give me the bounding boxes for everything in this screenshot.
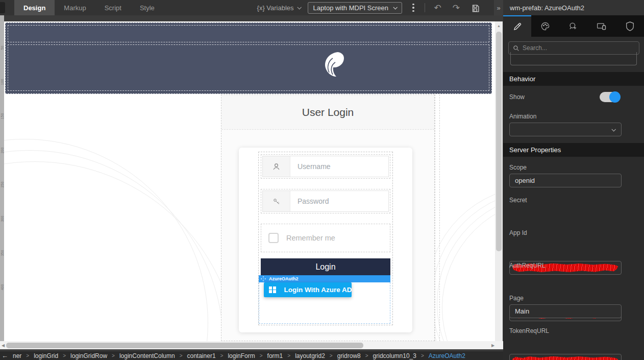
tab-style[interactable]: Style — [131, 0, 164, 15]
tab-devices[interactable] — [588, 15, 616, 37]
username-field-group[interactable] — [261, 154, 390, 179]
move-handle-icon[interactable] — [261, 276, 266, 281]
breadcrumb-item[interactable]: layoutgrid2 — [295, 352, 325, 359]
header-main-row[interactable] — [8, 44, 489, 91]
breadcrumb-item[interactable]: form1 — [267, 352, 283, 359]
breadcrumb-separator: > — [330, 353, 333, 358]
azure-prefab-zone[interactable]: Login With Azure AD — [259, 282, 390, 324]
tab-inspect[interactable] — [559, 15, 587, 37]
header-top-row[interactable] — [8, 25, 489, 42]
login-form-card[interactable]: Remember me Login AzureOAuth2 — [239, 148, 412, 332]
left-panel-collapse-stub[interactable] — [0, 2, 5, 13]
breadcrumb-separator: > — [287, 353, 290, 358]
partial-scrolled-field — [510, 52, 637, 65]
vertical-ruler: 50 100 150 200 250 300 350 400 — [0, 15, 4, 341]
show-toggle[interactable] — [600, 92, 620, 102]
variables-dropdown[interactable]: {x} Variables — [257, 4, 301, 12]
login-button[interactable]: Login — [261, 258, 390, 275]
breadcrumb-item[interactable]: gridcolumn10_3 — [373, 352, 416, 359]
breadcrumb-separator: > — [365, 353, 368, 358]
studio-window: Design Markup Script Style {x} Variables… — [0, 0, 644, 360]
tab-script[interactable]: Script — [95, 0, 131, 15]
device-selector[interactable]: Laptop with MDPI Screen — [308, 2, 402, 14]
devices-icon — [597, 21, 607, 31]
canvas-vertical-scrollbar[interactable]: ▲ — [495, 21, 503, 341]
scroll-left-arrow-icon[interactable]: ◀ — [0, 343, 6, 348]
variables-label: {x} Variables — [257, 4, 294, 12]
remember-me-label: Remember me — [286, 234, 335, 242]
more-options-kebab-icon[interactable] — [409, 4, 417, 12]
secret-label: Secret — [509, 197, 527, 204]
show-label: Show — [509, 93, 525, 101]
login-content-column[interactable]: User Login — [221, 94, 435, 341]
prefab-name-label: AzureOAuth2 — [269, 276, 299, 281]
vertical-scroll-thumb[interactable] — [496, 32, 502, 251]
remember-me-group[interactable]: Remember me — [261, 224, 390, 252]
key-icon — [263, 191, 290, 211]
azure-button-label: Login With Azure AD — [284, 286, 352, 294]
device-selector-label: Laptop with MDPI Screen — [313, 4, 388, 12]
authrequrl-input[interactable] — [509, 354, 622, 360]
animation-label: Animation — [509, 113, 536, 120]
redo-icon[interactable]: ↷ — [451, 4, 462, 12]
windows-logo-icon — [269, 286, 276, 294]
login-with-azure-button[interactable]: Login With Azure AD — [264, 282, 352, 297]
search-input[interactable] — [523, 44, 625, 52]
magnifier-cursor-icon — [568, 21, 578, 31]
chevron-down-icon — [393, 5, 397, 9]
breadcrumb-item[interactable]: loginContentColumn — [119, 352, 175, 359]
collapse-right-panel-button[interactable]: » — [494, 0, 503, 15]
breadcrumb-back-icon[interactable]: ← — [2, 352, 8, 359]
page-preview: User Login — [4, 21, 495, 341]
canvas-horizontal-scrollbar[interactable]: ◀ ▶ — [0, 341, 503, 349]
top-toolbar: Design Markup Script Style {x} Variables… — [0, 0, 503, 15]
save-icon[interactable] — [469, 3, 482, 13]
scroll-right-arrow-icon[interactable]: ▶ — [490, 343, 496, 348]
breadcrumb-separator: > — [63, 353, 66, 358]
behavior-section-header: Behavior — [503, 72, 644, 86]
page-input[interactable] — [509, 304, 622, 318]
properties-panel: wm-prefab: AzureOAuth2 — [503, 0, 644, 360]
scroll-up-arrow-icon[interactable]: ▲ — [495, 21, 503, 30]
breadcrumb-item-current[interactable]: AzureOAuth2 — [429, 352, 465, 359]
breadcrumb-separator: > — [260, 353, 263, 358]
authrequrl-label: AuthReqURL — [509, 262, 546, 269]
tab-design[interactable]: Design — [14, 0, 55, 15]
undo-icon[interactable]: ↶ — [432, 4, 443, 12]
server-properties-section-header: Server Properties — [503, 143, 644, 157]
password-input[interactable] — [290, 191, 388, 211]
breadcrumb-separator: > — [112, 353, 115, 358]
animation-select[interactable] — [509, 123, 622, 136]
breadcrumb-item[interactable]: container1 — [187, 352, 216, 359]
scope-label: Scope — [509, 164, 527, 171]
breadcrumb-item[interactable]: loginGrid — [34, 352, 58, 359]
user-icon — [263, 156, 290, 177]
widget-breadcrumb: ← ner > loginGrid > loginGridRow > login… — [0, 351, 503, 360]
breadcrumb-separator: > — [180, 353, 183, 358]
tab-markup[interactable]: Markup — [55, 0, 95, 15]
tab-security[interactable] — [616, 15, 644, 37]
login-form[interactable]: Remember me Login AzureOAuth2 — [258, 152, 393, 325]
mode-tabs: Design Markup Script Style — [14, 0, 164, 15]
username-input[interactable] — [290, 156, 388, 177]
tab-styles[interactable] — [531, 15, 559, 37]
tab-properties[interactable] — [503, 15, 531, 37]
breadcrumb-item[interactable]: loginGridRow — [70, 352, 107, 359]
breadcrumb-separator: > — [220, 353, 224, 358]
palette-icon — [540, 21, 550, 31]
prefab-selection-bar[interactable]: AzureOAuth2 — [259, 275, 390, 282]
breadcrumb-item[interactable]: gridrow8 — [337, 352, 361, 359]
redaction-scribble — [512, 356, 618, 360]
design-canvas: 50 100 150 200 250 300 350 400 — [0, 15, 503, 351]
toolbar-divider — [425, 3, 425, 12]
breadcrumb-item[interactable]: loginForm — [228, 352, 255, 359]
page-label: Page — [509, 295, 524, 302]
page-header-container[interactable] — [5, 22, 492, 94]
horizontal-scroll-thumb[interactable] — [6, 343, 363, 348]
scope-input[interactable] — [509, 174, 622, 187]
remember-me-checkbox[interactable] — [268, 233, 279, 243]
breadcrumb-item[interactable]: ner — [13, 352, 21, 359]
breadcrumb-separator: > — [421, 353, 424, 358]
password-field-group[interactable] — [261, 189, 390, 213]
login-page-title: User Login — [221, 95, 434, 130]
